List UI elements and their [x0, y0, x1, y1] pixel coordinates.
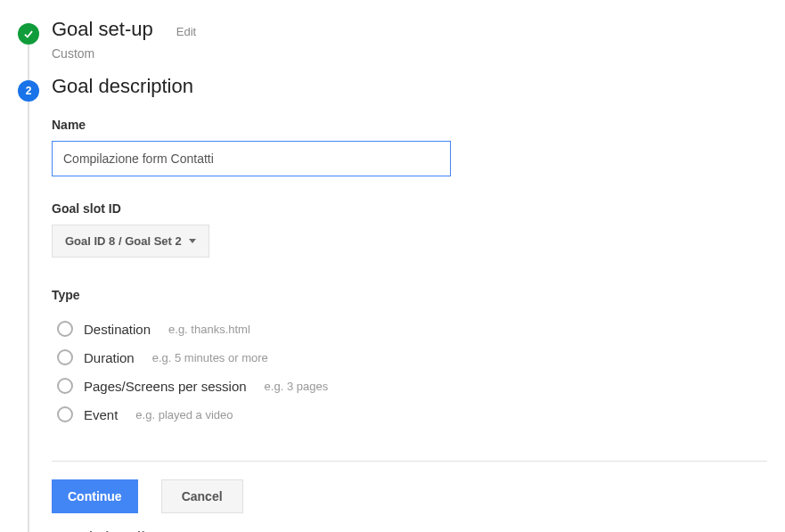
step-connector-line: [28, 102, 29, 532]
goal-slot-section: Goal slot ID Goal ID 8 / Goal Set 2: [52, 201, 767, 258]
radio-hint: e.g. played a video: [135, 408, 233, 422]
goal-slot-dropdown[interactable]: Goal ID 8 / Goal Set 2: [52, 225, 209, 258]
radio-hint: e.g. thanks.html: [168, 323, 250, 336]
radio-circle[interactable]: [57, 349, 73, 365]
step-1-row: Goal set-up Edit Custom: [18, 18, 767, 75]
step-2-title: Goal description: [52, 75, 193, 98]
radio-hint: e.g. 3 pages: [265, 380, 329, 393]
radio-circle[interactable]: [57, 321, 73, 337]
step-1-subtitle: Custom: [52, 46, 767, 61]
radio-label: Destination: [84, 322, 151, 337]
radio-item-event[interactable]: Event e.g. played a video: [52, 400, 767, 429]
type-radio-list: Destination e.g. thanks.html Duration e.…: [52, 315, 767, 429]
step-2-row: 2 Goal description Name Goal slot ID Goa…: [18, 75, 767, 528]
type-section: Type Destination e.g. thanks.html Durati…: [52, 288, 767, 429]
step-2-header: Goal description: [52, 75, 767, 98]
radio-circle[interactable]: [57, 378, 73, 394]
step-1-indicator: [18, 23, 39, 45]
edit-link[interactable]: Edit: [176, 25, 196, 38]
step-3-header: Goal details: [52, 528, 767, 532]
radio-item-pages[interactable]: Pages/Screens per session e.g. 3 pages: [52, 372, 767, 400]
step-1-header: Goal set-up Edit: [52, 18, 767, 41]
name-input[interactable]: [52, 141, 451, 176]
radio-label: Event: [84, 407, 118, 422]
name-section: Name: [52, 118, 767, 176]
actions-row: Continue Cancel: [52, 461, 767, 513]
radio-label: Pages/Screens per session: [84, 379, 247, 394]
checkmark-icon: [22, 28, 35, 40]
radio-hint: e.g. 5 minutes or more: [152, 351, 268, 364]
name-label: Name: [52, 118, 767, 132]
step-3-title: Goal details: [52, 528, 155, 532]
step-3-content: Goal details: [52, 528, 767, 532]
step-1-title: Goal set-up: [52, 18, 153, 41]
step-connector-line: [28, 45, 29, 80]
radio-circle[interactable]: [57, 406, 73, 422]
goal-wizard: Goal set-up Edit Custom 2 Goal descripti…: [18, 18, 767, 532]
goal-slot-label: Goal slot ID: [52, 201, 767, 216]
step-2-content: Goal description Name Goal slot ID Goal …: [52, 75, 767, 528]
step-3-row: 3 Goal details: [18, 528, 767, 532]
type-label: Type: [52, 288, 767, 302]
continue-button[interactable]: Continue: [52, 479, 138, 513]
goal-slot-value: Goal ID 8 / Goal Set 2: [65, 234, 182, 248]
chevron-down-icon: [189, 239, 196, 243]
radio-item-destination[interactable]: Destination e.g. thanks.html: [52, 315, 767, 343]
cancel-button[interactable]: Cancel: [161, 479, 243, 513]
step-1-content: Goal set-up Edit Custom: [52, 18, 767, 75]
radio-item-duration[interactable]: Duration e.g. 5 minutes or more: [52, 343, 767, 372]
radio-label: Duration: [84, 350, 135, 365]
step-2-indicator: 2: [18, 80, 39, 102]
